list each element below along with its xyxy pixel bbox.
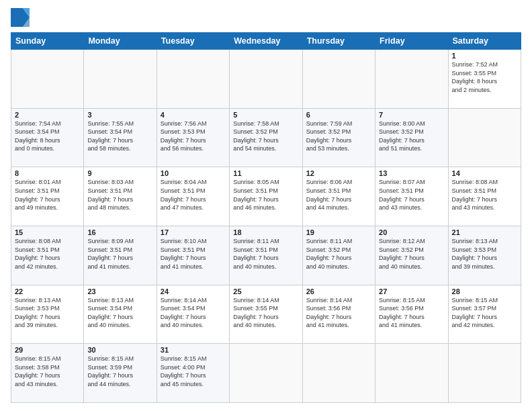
day-info: Sunrise: 7:55 AMSunset: 3:54 PMDaylight:… [87,120,134,152]
day-number: 16 [87,228,152,236]
calendar-day: 30Sunrise: 8:15 AMSunset: 3:59 PMDayligh… [84,344,157,403]
day-number: 9 [87,169,152,177]
empty-cell [230,50,302,109]
calendar-day: 31Sunrise: 8:15 AMSunset: 4:00 PMDayligh… [157,344,229,403]
empty-cell [11,50,84,109]
calendar-day: 19Sunrise: 8:11 AMSunset: 3:52 PMDayligh… [302,226,375,285]
day-number: 12 [306,169,371,177]
day-number: 30 [87,346,152,354]
calendar-day: 11Sunrise: 8:05 AMSunset: 3:51 PMDayligh… [230,167,302,226]
empty-cell [302,50,375,109]
day-info: Sunrise: 8:14 AMSunset: 3:56 PMDaylight:… [306,297,353,329]
day-number: 31 [161,346,226,354]
day-number: 19 [306,228,371,236]
empty-cell [230,344,302,403]
day-number: 4 [161,111,226,119]
empty-cell [157,50,229,109]
day-number: 28 [452,287,517,295]
empty-cell [375,344,448,403]
day-info: Sunrise: 8:13 AMSunset: 3:53 PMDaylight:… [452,238,498,270]
day-info: Sunrise: 8:13 AMSunset: 3:54 PMDaylight:… [87,297,134,329]
day-info: Sunrise: 8:09 AMSunset: 3:51 PMDaylight:… [87,238,134,270]
calendar-day: 18Sunrise: 8:11 AMSunset: 3:51 PMDayligh… [230,226,302,285]
weekday-header: Saturday [448,33,521,50]
day-number: 3 [87,111,152,119]
day-number: 26 [306,287,371,295]
day-number: 13 [379,169,444,177]
day-info: Sunrise: 8:05 AMSunset: 3:51 PMDaylight:… [233,179,279,211]
calendar-day: 7Sunrise: 8:00 AMSunset: 3:52 PMDaylight… [375,108,448,167]
day-number: 8 [15,169,80,177]
weekday-header: Sunday [11,33,84,50]
day-info: Sunrise: 8:07 AMSunset: 3:51 PMDaylight:… [379,179,425,211]
calendar-day: 29Sunrise: 8:15 AMSunset: 3:58 PMDayligh… [11,344,84,403]
day-number: 21 [452,228,517,236]
day-info: Sunrise: 8:10 AMSunset: 3:51 PMDaylight:… [161,238,207,270]
calendar-day: 20Sunrise: 8:12 AMSunset: 3:52 PMDayligh… [375,226,448,285]
day-info: Sunrise: 8:06 AMSunset: 3:51 PMDaylight:… [306,179,353,211]
day-number: 20 [379,228,444,236]
day-info: Sunrise: 8:15 AMSunset: 4:00 PMDaylight:… [161,355,207,387]
day-number: 15 [15,228,80,236]
day-info: Sunrise: 8:14 AMSunset: 3:54 PMDaylight:… [161,297,207,329]
weekday-header: Thursday [302,33,375,50]
calendar-week-row: 1Sunrise: 7:52 AMSunset: 3:55 PMDaylight… [11,50,521,109]
calendar-week-row: 2Sunrise: 7:54 AMSunset: 3:54 PMDaylight… [11,108,521,167]
day-info: Sunrise: 8:12 AMSunset: 3:52 PMDaylight:… [379,238,425,270]
day-info: Sunrise: 8:13 AMSunset: 3:53 PMDaylight:… [15,297,61,329]
day-number: 29 [15,346,80,354]
empty-cell [448,344,521,403]
day-info: Sunrise: 7:52 AMSunset: 3:55 PMDaylight:… [452,61,498,93]
empty-cell [375,50,448,109]
calendar-day: 9Sunrise: 8:03 AMSunset: 3:51 PMDaylight… [84,167,157,226]
calendar-week-row: 15Sunrise: 8:08 AMSunset: 3:51 PMDayligh… [11,226,521,285]
day-number: 6 [306,111,371,119]
day-info: Sunrise: 8:15 AMSunset: 3:59 PMDaylight:… [87,355,134,387]
day-number: 22 [15,287,80,295]
day-number: 11 [233,169,298,177]
calendar-day: 17Sunrise: 8:10 AMSunset: 3:51 PMDayligh… [157,226,229,285]
calendar-day: 16Sunrise: 8:09 AMSunset: 3:51 PMDayligh… [84,226,157,285]
calendar-day: 10Sunrise: 8:04 AMSunset: 3:51 PMDayligh… [157,167,229,226]
day-info: Sunrise: 8:03 AMSunset: 3:51 PMDaylight:… [87,179,134,211]
weekday-header: Tuesday [157,33,229,50]
day-info: Sunrise: 8:15 AMSunset: 3:57 PMDaylight:… [452,297,498,329]
calendar-day: 22Sunrise: 8:13 AMSunset: 3:53 PMDayligh… [11,285,84,344]
weekday-header: Friday [375,33,448,50]
day-info: Sunrise: 8:08 AMSunset: 3:51 PMDaylight:… [15,238,61,270]
calendar-day: 27Sunrise: 8:15 AMSunset: 3:56 PMDayligh… [375,285,448,344]
day-info: Sunrise: 8:11 AMSunset: 3:52 PMDaylight:… [306,238,353,270]
day-number: 1 [452,52,517,60]
day-info: Sunrise: 8:14 AMSunset: 3:55 PMDaylight:… [233,297,279,329]
calendar-day: 13Sunrise: 8:07 AMSunset: 3:51 PMDayligh… [375,167,448,226]
header [11,8,521,27]
calendar-day: 24Sunrise: 8:14 AMSunset: 3:54 PMDayligh… [157,285,229,344]
logo-icon [11,8,30,27]
calendar-table: SundayMondayTuesdayWednesdayThursdayFrid… [11,32,521,403]
calendar-week-row: 29Sunrise: 8:15 AMSunset: 3:58 PMDayligh… [11,344,521,403]
day-number: 5 [233,111,298,119]
day-info: Sunrise: 8:15 AMSunset: 3:56 PMDaylight:… [379,297,425,329]
day-info: Sunrise: 7:59 AMSunset: 3:52 PMDaylight:… [306,120,353,152]
day-info: Sunrise: 8:00 AMSunset: 3:52 PMDaylight:… [379,120,425,152]
day-info: Sunrise: 8:11 AMSunset: 3:51 PMDaylight:… [233,238,279,270]
calendar-body: 1Sunrise: 7:52 AMSunset: 3:55 PMDaylight… [11,50,521,403]
day-info: Sunrise: 7:56 AMSunset: 3:53 PMDaylight:… [161,120,207,152]
calendar-day: 5Sunrise: 7:58 AMSunset: 3:52 PMDaylight… [230,108,302,167]
day-number: 7 [379,111,444,119]
day-number: 27 [379,287,444,295]
calendar-day: 1Sunrise: 7:52 AMSunset: 3:55 PMDaylight… [448,50,521,109]
calendar-day: 23Sunrise: 8:13 AMSunset: 3:54 PMDayligh… [84,285,157,344]
calendar-day: 8Sunrise: 8:01 AMSunset: 3:51 PMDaylight… [11,167,84,226]
day-info: Sunrise: 8:01 AMSunset: 3:51 PMDaylight:… [15,179,61,211]
calendar-day: 21Sunrise: 8:13 AMSunset: 3:53 PMDayligh… [448,226,521,285]
calendar-day: 26Sunrise: 8:14 AMSunset: 3:56 PMDayligh… [302,285,375,344]
day-info: Sunrise: 8:04 AMSunset: 3:51 PMDaylight:… [161,179,207,211]
day-number: 25 [233,287,298,295]
day-number: 18 [233,228,298,236]
day-info: Sunrise: 7:58 AMSunset: 3:52 PMDaylight:… [233,120,279,152]
calendar-day: 12Sunrise: 8:06 AMSunset: 3:51 PMDayligh… [302,167,375,226]
day-number: 24 [161,287,226,295]
day-info: Sunrise: 7:54 AMSunset: 3:54 PMDaylight:… [15,120,61,152]
empty-cell [448,108,521,167]
